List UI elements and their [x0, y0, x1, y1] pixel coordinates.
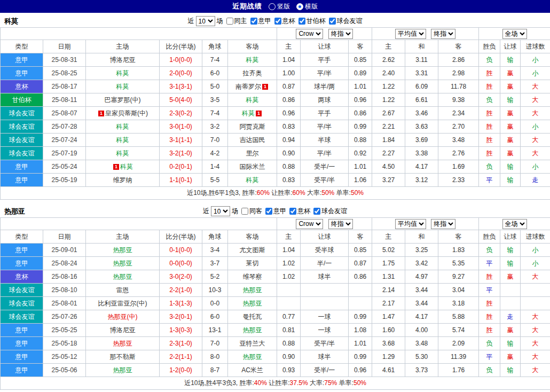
corners: 3-5 — [202, 93, 228, 107]
summary-segment: 大率: — [308, 379, 325, 387]
score: 2-2(1-0) — [160, 284, 202, 297]
league-badge: 球会友谊 — [1, 107, 43, 120]
score: 0-0(0-0) — [160, 257, 202, 270]
europe-away-odds: 1.83 — [438, 244, 479, 257]
scope-select[interactable]: 全场 — [502, 219, 527, 229]
filter-option[interactable]: 意甲 — [250, 17, 271, 26]
radio-icon[interactable] — [269, 3, 276, 10]
europe-draw-odds: 4.17 — [405, 310, 438, 324]
filter-checkbox[interactable] — [274, 18, 281, 25]
team-label: 尤文图斯 — [240, 246, 265, 254]
asian-home-odds: 0.86 — [277, 93, 301, 107]
scope-select[interactable]: 全场 — [502, 29, 527, 39]
league-badge: 意甲 — [1, 53, 43, 67]
home-team: 热那亚 — [86, 270, 160, 284]
corners: 7-4 — [202, 107, 228, 120]
away-team: 尤文图斯 — [228, 244, 277, 257]
result-outcome: 胜 — [479, 310, 500, 324]
recent-count-select[interactable]: 10 — [211, 206, 230, 216]
filter-checkbox[interactable] — [329, 18, 336, 25]
europe-away-odds: 5.74 — [438, 324, 479, 337]
away-team: 维琴察 — [228, 270, 277, 284]
result-handicap: 输 — [500, 337, 521, 350]
filter-option[interactable]: 意杯 — [274, 17, 295, 26]
asian-away-odds — [349, 297, 372, 310]
filter-option[interactable]: 同客 — [241, 207, 262, 216]
filter-option[interactable]: 球会友谊 — [313, 207, 347, 216]
filter-checkbox-label: 同客 — [249, 207, 262, 216]
column-header: 比分(半场) — [160, 40, 202, 53]
column-header-row: 类型日期主场比分(半场)角球客场主让球客主和客胜负让球进球数 — [1, 230, 550, 244]
summary-segment: 单率: — [337, 379, 353, 387]
europe-home-odds: 2.62 — [372, 53, 405, 67]
team-label: 科莫 — [116, 136, 129, 144]
asian-away-odds: 0.87 — [349, 257, 372, 270]
asian-away-odds: 0.85 — [349, 53, 372, 67]
bookmaker-select[interactable]: Crow — [296, 219, 323, 229]
filter-option[interactable]: 意杯 — [289, 207, 310, 216]
result-goals: 大 — [521, 107, 550, 120]
score: 3-1(1-1) — [160, 134, 202, 147]
layout-option-horizontal[interactable]: 横版 — [296, 2, 318, 11]
corners: 5-5 — [202, 174, 228, 187]
team-label: 博洛尼亚 — [110, 56, 136, 64]
team-label: 热那亚 — [243, 326, 262, 334]
home-team: 热那亚 — [86, 257, 160, 270]
europe-stage-select[interactable]: 终指 — [431, 219, 455, 229]
filter-checkbox-label: 球会友谊 — [321, 207, 347, 216]
filter-checkbox[interactable] — [250, 18, 257, 25]
filter-checkbox[interactable] — [289, 208, 296, 215]
column-header-row: 类型日期主场比分(半场)角球客场主让球客主和客胜负让球进球数 — [1, 40, 550, 53]
radio-icon[interactable] — [296, 3, 303, 10]
filter-option[interactable]: 意甲 — [265, 207, 286, 216]
europe-home-odds: 1.22 — [372, 80, 405, 93]
red-card-badge: 1 — [256, 111, 262, 116]
match-date: 25-08-01 — [43, 297, 86, 310]
filter-checkbox[interactable] — [265, 208, 272, 215]
team-results-section-genoa: 热那亚 近 10 场 同客意甲意杯球会友谊 Crow 终指 平均值 — [0, 205, 550, 390]
filter-option[interactable]: 球会友谊 — [329, 17, 363, 26]
result-outcome: 胜 — [479, 147, 500, 160]
asian-away-odds: 0.99 — [349, 120, 372, 134]
europe-average-select[interactable]: 平均值 — [395, 29, 426, 39]
layout-option-vertical[interactable]: 竖版 — [269, 2, 290, 11]
away-team: 科莫 — [228, 53, 277, 67]
column-header: 类型 — [1, 230, 43, 244]
europe-away-odds: 5.88 — [438, 310, 479, 324]
europe-away-odds: 2.86 — [438, 53, 479, 67]
result-outcome: 胜 — [479, 270, 500, 284]
near-label: 近 — [203, 207, 209, 216]
bookmaker-select[interactable]: Crow — [296, 29, 323, 39]
near-label: 近 — [188, 17, 194, 26]
filter-checkbox[interactable] — [298, 18, 305, 25]
asian-stage-select[interactable]: 终指 — [328, 29, 353, 39]
europe-home-odds: 4.50 — [372, 160, 405, 174]
match-date: 25-08-11 — [43, 93, 86, 107]
result-goals: 大 — [521, 80, 550, 93]
filter-checkbox[interactable] — [241, 208, 248, 215]
europe-home-odds: 2.27 — [372, 147, 405, 160]
team-label: 科莫 — [246, 176, 259, 184]
filter-option[interactable]: 甘伯杯 — [298, 17, 326, 26]
asian-home-odds: 0.90 — [277, 147, 301, 160]
asian-home-odds: 0.88 — [277, 160, 301, 174]
match-row: 意甲25-05-18热那亚2-3(1-0)7-0亚特兰大0.88受平/半1.01… — [1, 337, 550, 350]
europe-draw-odds: 3.11 — [405, 53, 438, 67]
column-header: 主场 — [86, 230, 160, 244]
filter-option[interactable]: 同主 — [226, 17, 247, 26]
column-header: 进球数 — [521, 40, 550, 53]
recent-count-select[interactable]: 10 — [196, 16, 215, 26]
europe-average-select[interactable]: 平均值 — [395, 219, 426, 229]
league-badge: 甘伯杯 — [1, 93, 43, 107]
asian-stage-select[interactable]: 终指 — [328, 219, 353, 229]
team-results-section-como: 科莫 近 10 场 同主意甲意杯甘伯杯球会友谊 Crow 终指 平均值 — [0, 15, 550, 200]
filter-checkbox[interactable] — [226, 18, 233, 25]
filter-checkbox[interactable] — [313, 208, 320, 215]
result-goals: 小 — [521, 120, 550, 134]
asian-away-odds: 0.96 — [349, 93, 372, 107]
match-date: 25-07-28 — [43, 120, 86, 134]
asian-away-odds: 0.99 — [349, 350, 372, 364]
europe-stage-select[interactable]: 终指 — [431, 29, 455, 39]
result-goals — [521, 284, 550, 297]
europe-away-odds: 1.76 — [438, 364, 479, 377]
